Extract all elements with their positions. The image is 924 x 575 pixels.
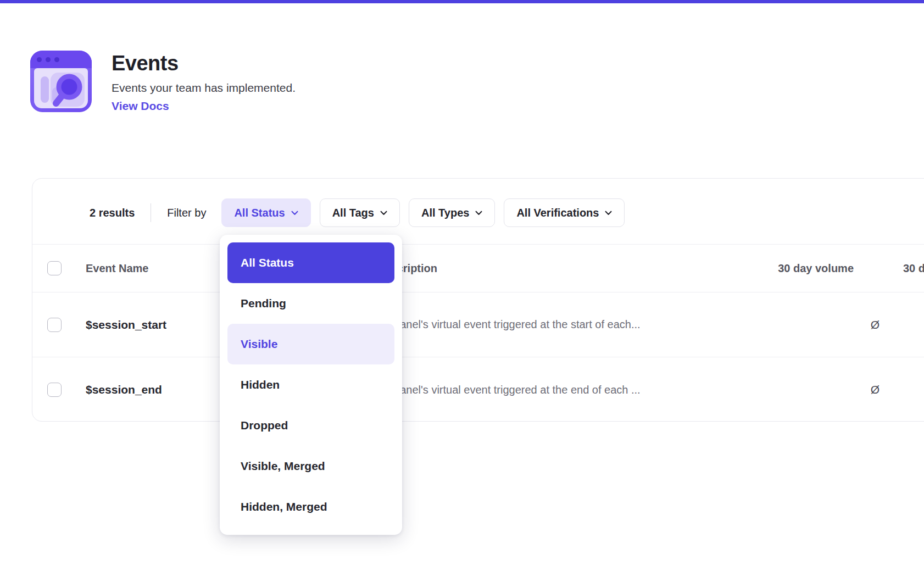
row-checkbox[interactable] [47, 383, 62, 397]
filter-all-types[interactable]: All Types [409, 198, 495, 227]
filter-all-tags-label: All Tags [332, 207, 374, 219]
icon-dot [54, 57, 59, 62]
chevron-down-icon [475, 211, 482, 215]
page-header: Events Events your team has implemented.… [30, 51, 296, 113]
chevron-down-icon [380, 211, 387, 215]
event-description-cell: Mixpanel's virtual event triggered at th… [377, 318, 686, 331]
row-checkbox[interactable] [47, 318, 62, 332]
event-description-cell: Mixpanel's virtual event triggered at th… [377, 384, 686, 396]
column-header-description[interactable]: Description [377, 262, 686, 275]
table-row[interactable]: $session_start Mixpanel's virtual event … [32, 292, 924, 357]
dropdown-item-visible[interactable]: Visible [227, 324, 394, 364]
events-table-card: 2 results Filter by All Status All Tags … [32, 178, 924, 422]
event-volume-cell: Ø [871, 318, 884, 331]
column-header-30-day-queries-clipped[interactable]: 30 d [884, 262, 924, 275]
magnifier-icon [47, 69, 87, 109]
column-header-30-day-volume[interactable]: 30 day volume [778, 262, 884, 275]
icon-browser-titlebar [30, 51, 92, 68]
table-row[interactable]: $session_end Mixpanel's virtual event tr… [32, 357, 924, 422]
table-header-row: Event Name Description 30 day volume 30 … [32, 244, 924, 292]
filter-all-verifications-label: All Verifications [516, 207, 599, 219]
page-subtitle: Events your team has implemented. [112, 81, 296, 95]
dropdown-item-hidden-merged[interactable]: Hidden, Merged [227, 486, 394, 527]
dropdown-item-dropped[interactable]: Dropped [227, 405, 394, 446]
results-count: 2 results [90, 207, 135, 219]
dropdown-item-hidden[interactable]: Hidden [227, 364, 394, 405]
chevron-down-icon [291, 211, 298, 215]
dropdown-item-pending[interactable]: Pending [227, 283, 394, 324]
filter-all-status[interactable]: All Status [221, 198, 310, 227]
view-docs-link[interactable]: View Docs [112, 99, 296, 113]
dropdown-item-visible-merged[interactable]: Visible, Merged [227, 446, 394, 486]
select-all-checkbox[interactable] [47, 261, 62, 275]
events-app-icon [30, 51, 92, 112]
filter-toolbar: 2 results Filter by All Status All Tags … [90, 198, 924, 227]
icon-browser-body [34, 68, 88, 108]
filter-all-verifications[interactable]: All Verifications [504, 198, 625, 227]
filter-all-types-label: All Types [421, 207, 469, 219]
event-volume-cell: Ø [871, 383, 884, 396]
filter-all-status-label: All Status [234, 207, 285, 219]
page-title: Events [112, 52, 296, 75]
dropdown-item-all-status[interactable]: All Status [227, 242, 394, 283]
filter-chips: All Status All Tags All Types All Verifi… [221, 198, 625, 227]
filter-by-label: Filter by [167, 207, 206, 219]
header-text: Events Events your team has implemented.… [112, 51, 296, 113]
status-dropdown-menu: All Status Pending Visible Hidden Droppe… [220, 235, 402, 535]
icon-dot [37, 57, 42, 62]
toolbar-divider [151, 203, 151, 222]
filter-all-tags[interactable]: All Tags [320, 198, 400, 227]
top-accent-bar [0, 0, 924, 3]
icon-dot [46, 57, 51, 62]
chevron-down-icon [605, 211, 612, 215]
